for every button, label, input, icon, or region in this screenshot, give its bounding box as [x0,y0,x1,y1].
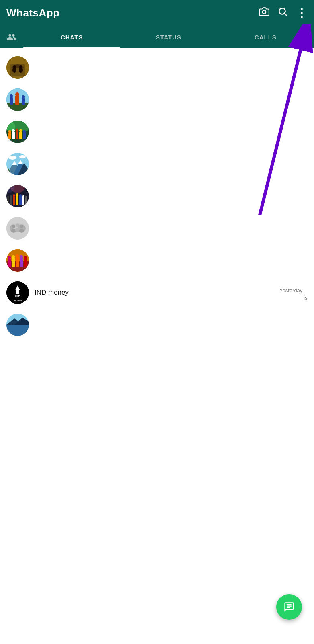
svg-rect-92 [6,325,29,336]
chat-name: IND money [35,289,279,297]
svg-point-58 [19,194,22,197]
chat-icon [283,601,295,613]
chat-meta: IND money [29,289,279,297]
svg-point-71 [20,225,23,228]
chat-item[interactable] [0,180,314,212]
tab-chats[interactable]: CHATS [23,26,120,48]
svg-text:money: money [13,299,22,302]
svg-rect-18 [22,98,25,105]
chat-item[interactable] [0,116,314,148]
avatar [6,217,29,240]
camera-icon[interactable] [259,6,269,19]
svg-rect-51 [10,197,12,205]
svg-point-72 [19,229,24,233]
svg-rect-57 [19,196,22,205]
svg-rect-14 [10,97,13,105]
svg-point-79 [12,255,15,258]
app-title: WhatsApp [6,7,60,19]
svg-rect-84 [24,259,27,267]
svg-point-54 [13,194,15,197]
svg-point-27 [12,129,15,132]
avatar [6,121,29,143]
search-icon[interactable] [277,6,288,19]
chat-item[interactable] [0,84,314,116]
svg-rect-61 [25,198,27,205]
chat-item[interactable] [0,51,314,84]
avatar [6,185,29,207]
svg-rect-78 [12,258,15,267]
svg-rect-30 [19,132,22,139]
svg-point-33 [23,130,26,133]
svg-point-29 [16,129,18,131]
svg-rect-76 [8,259,11,267]
svg-point-62 [25,196,27,198]
new-chat-fab[interactable] [276,594,302,620]
svg-point-52 [10,195,12,197]
svg-point-81 [16,254,19,258]
svg-rect-55 [16,195,18,205]
svg-point-17 [15,92,19,96]
tab-calls[interactable]: CALLS [217,26,314,48]
svg-rect-88 [16,290,19,294]
svg-rect-32 [23,133,26,139]
svg-rect-59 [22,197,24,205]
chat-item[interactable] [0,212,314,244]
svg-point-0 [263,10,266,14]
avatar [6,88,29,111]
svg-text:IND: IND [15,295,20,298]
svg-point-60 [22,195,24,197]
svg-line-2 [285,14,287,16]
header-icons: ⋮ [259,6,308,20]
chat-item[interactable] [0,148,314,180]
chat-item[interactable] [0,244,314,277]
svg-rect-82 [20,258,23,267]
svg-rect-16 [15,96,19,105]
svg-point-35 [8,156,16,160]
svg-rect-80 [16,257,19,267]
svg-rect-28 [16,131,18,139]
svg-rect-44 [27,172,28,175]
chat-item[interactable] [0,309,314,341]
tab-status[interactable]: STATUS [120,26,217,48]
avatar [6,56,29,79]
svg-point-77 [8,256,11,259]
avatar [6,314,29,336]
avatar-ind-money: IND money [6,281,29,304]
svg-point-85 [24,256,27,259]
svg-rect-24 [8,133,11,139]
svg-point-50 [7,196,9,198]
svg-point-9 [13,65,16,68]
svg-point-15 [10,94,13,98]
chat-item-ind-money[interactable]: IND money IND money Yesterday is [0,277,314,309]
tab-bar: CHATS STATUS CALLS [0,26,314,48]
svg-rect-49 [7,198,9,205]
svg-rect-26 [12,132,15,139]
svg-point-83 [20,255,23,258]
tab-community[interactable] [0,26,23,48]
app-header: WhatsApp ⋮ [0,0,314,26]
chat-time: Yesterday [279,287,302,293]
chat-right: Yesterday is [279,284,308,301]
more-options-icon[interactable]: ⋮ [296,6,308,20]
svg-point-25 [8,130,11,133]
svg-point-67 [12,225,15,228]
svg-point-31 [19,129,22,132]
svg-rect-42 [8,171,9,175]
svg-point-56 [16,193,18,196]
svg-point-36 [19,155,26,158]
svg-point-69 [16,224,20,227]
avatar [6,153,29,175]
chat-preview: is [304,295,308,301]
svg-point-19 [22,95,25,98]
svg-rect-53 [13,196,15,205]
svg-point-10 [19,65,22,68]
chat-list: IND money IND money Yesterday is [0,48,314,341]
avatar [6,249,29,272]
